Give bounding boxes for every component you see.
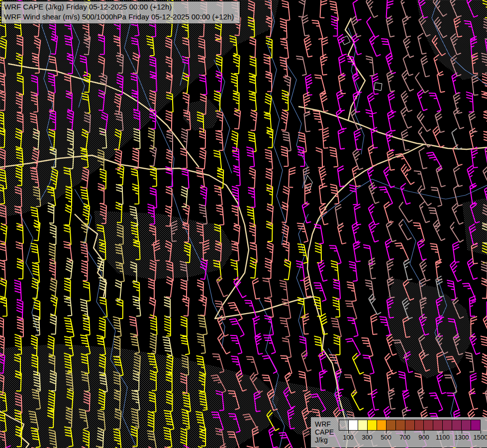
weather-map: WRF CAPE (J/kg) Friday 05-12-2025 00:00 … (0, 0, 487, 448)
legend-tick-label: 900 (418, 434, 429, 441)
cape-legend: WRF CAPE J/kg 10030050070090011001300150… (311, 417, 487, 448)
legend-cell (471, 420, 480, 430)
title-line-shear: WRF Wind shear (m/s) 500/1000hPa Friday … (4, 12, 234, 22)
legend-cell (443, 420, 452, 430)
legend-cell (415, 420, 424, 430)
legend-cell (433, 420, 443, 430)
legend-colorbar-cells (339, 420, 481, 431)
legend-cell (405, 420, 415, 430)
legend-tick-label: 700 (399, 434, 410, 441)
legend-cell (377, 420, 387, 430)
legend-cell (424, 420, 433, 430)
legend-colorbar: 100300500700900110013001500 (339, 420, 481, 431)
legend-label: WRF CAPE J/kg (315, 420, 337, 444)
legend-cell (462, 420, 471, 430)
legend-tick-label: 1500 (474, 434, 487, 441)
legend-tick-label: 300 (362, 434, 373, 441)
legend-cell (452, 420, 462, 430)
map-canvas (0, 0, 487, 448)
legend-label-line1: WRF (315, 420, 337, 428)
legend-cell (349, 420, 358, 430)
legend-cell (387, 420, 396, 430)
legend-tick-label: 100 (343, 434, 354, 441)
legend-cell (358, 420, 368, 430)
legend-tick-label: 500 (381, 434, 391, 441)
title-bar: WRF CAPE (J/kg) Friday 05-12-2025 00:00 … (1, 1, 240, 24)
legend-tick-label: 1300 (455, 434, 469, 441)
title-line-cape: WRF CAPE (J/kg) Friday 05-12-2025 00:00 … (4, 2, 234, 12)
legend-label-line3: J/kg (315, 436, 337, 444)
legend-tick-label: 1100 (436, 434, 450, 441)
legend-cell (339, 420, 349, 430)
legend-cell (396, 420, 405, 430)
legend-label-line2: CAPE (315, 428, 337, 436)
legend-cell (368, 420, 377, 430)
